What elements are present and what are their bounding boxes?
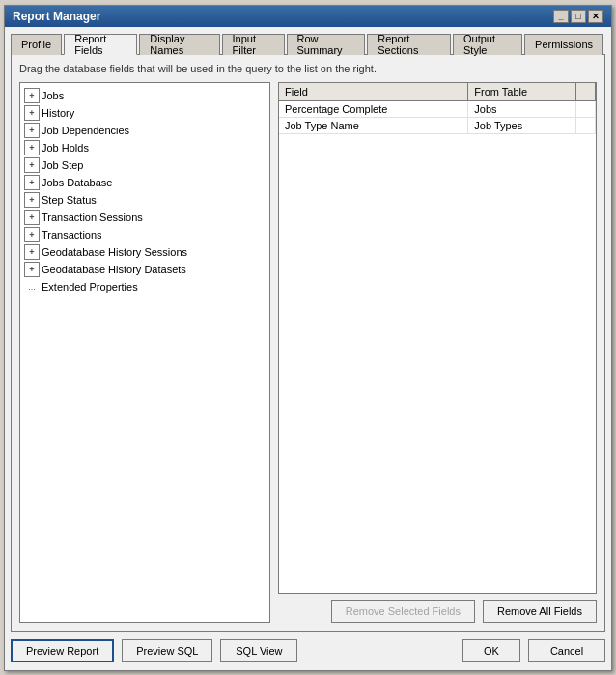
tree-expander-5[interactable]: + bbox=[24, 175, 40, 190]
tree-item-label-10: Geodatabase History Datasets bbox=[42, 264, 186, 275]
tree-item-6[interactable]: +Step Status bbox=[20, 191, 269, 209]
hint-text: Drag the database fields that will be us… bbox=[19, 63, 597, 74]
tab-bar: ProfileReport FieldsDisplay NamesInput F… bbox=[11, 33, 605, 55]
tree-item-8[interactable]: +Transactions bbox=[20, 226, 269, 243]
action-buttons: Remove Selected Fields Remove All Fields bbox=[278, 600, 597, 623]
tree-item-label-9: Geodatabase History Sessions bbox=[42, 246, 187, 258]
tree-leaf-prefix-11: ... bbox=[24, 279, 40, 295]
tab-output-style[interactable]: Output Style bbox=[453, 34, 522, 55]
preview-report-button[interactable]: Preview Report bbox=[11, 639, 114, 662]
cell-extra-0 bbox=[576, 100, 596, 117]
tree-expander-1[interactable]: + bbox=[24, 105, 40, 121]
content-area: +Jobs+History+Job Dependencies+Job Holds… bbox=[19, 82, 597, 623]
col-extra bbox=[576, 83, 596, 101]
remove-all-button[interactable]: Remove All Fields bbox=[483, 600, 597, 623]
tree-item-label-4: Job Step bbox=[42, 159, 83, 171]
fields-tbody: Percentage CompleteJobsJob Type NameJob … bbox=[279, 100, 596, 133]
cell-from-table-0: Jobs bbox=[468, 100, 576, 117]
cell-extra-1 bbox=[576, 117, 596, 133]
window-content: ProfileReport FieldsDisplay NamesInput F… bbox=[5, 27, 611, 670]
tree-item-4[interactable]: +Job Step bbox=[20, 156, 269, 174]
tab-row-summary[interactable]: Row Summary bbox=[287, 34, 366, 55]
tree-item-9[interactable]: +Geodatabase History Sessions bbox=[20, 243, 269, 261]
tree-item-0[interactable]: +Jobs bbox=[20, 87, 269, 104]
tab-report-sections[interactable]: Report Sections bbox=[367, 34, 451, 55]
tree-expander-4[interactable]: + bbox=[24, 157, 40, 173]
main-panel: Drag the database fields that will be us… bbox=[11, 55, 605, 632]
tree-item-2[interactable]: +Job Dependencies bbox=[20, 122, 269, 139]
tree-item-11[interactable]: ...Extended Properties bbox=[20, 278, 269, 295]
ok-button[interactable]: OK bbox=[462, 639, 520, 662]
tree-panel: +Jobs+History+Job Dependencies+Job Holds… bbox=[19, 82, 270, 623]
tree-item-label-1: History bbox=[42, 107, 74, 119]
tree-item-label-11: Extended Properties bbox=[42, 281, 138, 293]
cell-field-0: Percentage Complete bbox=[279, 100, 468, 117]
maximize-button[interactable]: □ bbox=[571, 10, 586, 23]
tree-expander-0[interactable]: + bbox=[24, 88, 40, 103]
cell-field-1: Job Type Name bbox=[279, 117, 468, 133]
col-field: Field bbox=[279, 83, 468, 101]
tree-expander-10[interactable]: + bbox=[24, 262, 40, 277]
preview-sql-button[interactable]: Preview SQL bbox=[122, 639, 212, 662]
tree-item-7[interactable]: +Transaction Sessions bbox=[20, 209, 269, 226]
tree-item-1[interactable]: +History bbox=[20, 104, 269, 122]
close-button[interactable]: ✕ bbox=[588, 10, 603, 23]
tree-expander-6[interactable]: + bbox=[24, 192, 40, 208]
fields-table-element: Field From Table Percentage CompleteJobs… bbox=[279, 83, 596, 134]
tab-permissions[interactable]: Permissions bbox=[524, 34, 603, 55]
tab-input-filter[interactable]: Input Filter bbox=[222, 34, 285, 55]
tree-item-label-5: Jobs Database bbox=[42, 177, 112, 188]
window-title: Report Manager bbox=[13, 10, 100, 23]
tree-item-label-3: Job Holds bbox=[42, 142, 89, 154]
tree-item-3[interactable]: +Job Holds bbox=[20, 139, 269, 156]
remove-selected-button[interactable]: Remove Selected Fields bbox=[331, 600, 475, 623]
tab-report-fields[interactable]: Report Fields bbox=[64, 34, 137, 55]
tree-expander-8[interactable]: + bbox=[24, 227, 40, 242]
tree-item-5[interactable]: +Jobs Database bbox=[20, 174, 269, 191]
tab-display-names[interactable]: Display Names bbox=[139, 34, 219, 55]
tree-item-label-6: Step Status bbox=[42, 194, 97, 206]
table-row-1[interactable]: Job Type NameJob Types bbox=[279, 117, 596, 133]
sql-view-button[interactable]: SQL View bbox=[220, 639, 297, 662]
tree-item-label-7: Transaction Sessions bbox=[42, 211, 143, 223]
tree-expander-9[interactable]: + bbox=[24, 244, 40, 260]
tab-profile[interactable]: Profile bbox=[11, 34, 62, 55]
tree-item-label-8: Transactions bbox=[42, 229, 102, 240]
cell-from-table-1: Job Types bbox=[468, 117, 576, 133]
fields-table: Field From Table Percentage CompleteJobs… bbox=[278, 82, 597, 594]
title-bar-buttons: _ □ ✕ bbox=[553, 10, 603, 23]
col-from-table: From Table bbox=[468, 83, 576, 101]
title-bar: Report Manager _ □ ✕ bbox=[5, 6, 611, 27]
tree-item-label-0: Jobs bbox=[42, 90, 64, 101]
tree-item-label-2: Job Dependencies bbox=[42, 125, 129, 136]
right-panel: Field From Table Percentage CompleteJobs… bbox=[278, 82, 597, 623]
minimize-button[interactable]: _ bbox=[553, 10, 569, 23]
tree-item-10[interactable]: +Geodatabase History Datasets bbox=[20, 261, 269, 278]
tree-expander-2[interactable]: + bbox=[24, 123, 40, 138]
tree-expander-3[interactable]: + bbox=[24, 140, 40, 155]
table-row-0[interactable]: Percentage CompleteJobs bbox=[279, 100, 596, 117]
tree-expander-7[interactable]: + bbox=[24, 210, 40, 225]
bottom-bar: Preview Report Preview SQL SQL View OK C… bbox=[11, 632, 605, 664]
main-window: Report Manager _ □ ✕ ProfileReport Field… bbox=[4, 5, 612, 671]
cancel-button[interactable]: Cancel bbox=[528, 639, 605, 662]
